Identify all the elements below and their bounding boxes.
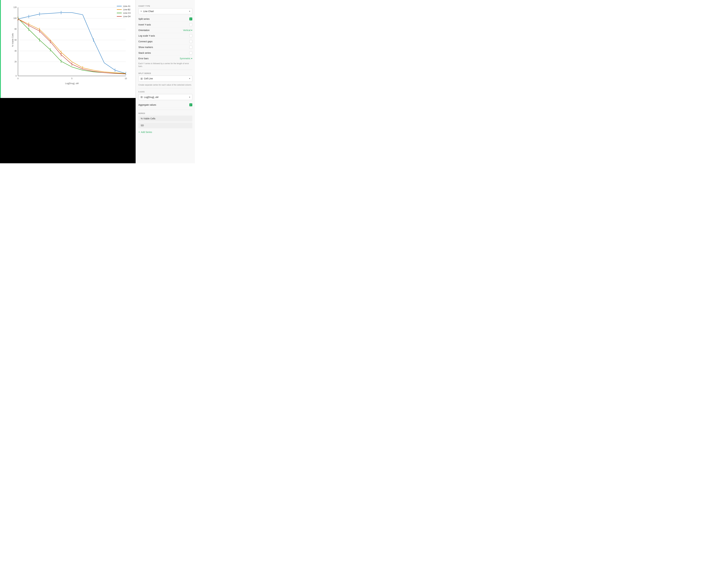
orientation-row: Orientation Vertical ▾ [138, 27, 192, 33]
svg-text:10: 10 [125, 77, 127, 80]
error-bars-label: Error bars [138, 57, 180, 60]
chevron-down-icon-error: ▾ [191, 57, 192, 60]
split-series-section-label: SPLIT SERIES [138, 73, 192, 74]
legend-item-b2: Line-B2 [117, 8, 131, 11]
show-markers-row: Show markers [138, 45, 192, 50]
log-scale-row: Log scale Y-axis [138, 33, 192, 39]
chart-panel: Line-A1 Line-B2 Line-C3 Line-D4 [0, 0, 136, 98]
divider-2 [138, 88, 192, 88]
legend-item-d4: Line-D4 [117, 15, 131, 18]
svg-text:% Viable Cells: % Viable Cells [11, 33, 14, 47]
stack-series-row: Stack series [138, 50, 192, 56]
legend-line-b2 [117, 9, 122, 10]
legend-line-a1 [117, 6, 122, 6]
legend-line-d4 [117, 16, 122, 17]
orientation-value: Vertical [183, 29, 190, 31]
chart-type-section-label: CHART TYPE [138, 5, 192, 7]
chevron-down-icon-orientation: ▾ [191, 29, 192, 31]
svg-text:0: 0 [17, 77, 19, 80]
black-panel [0, 98, 136, 163]
orientation-dropdown[interactable]: Vertical ▾ [183, 29, 192, 31]
connect-gaps-label: Connect gaps [138, 40, 189, 43]
stack-series-label: Stack series [138, 52, 189, 54]
svg-text:120: 120 [13, 6, 17, 8]
log-scale-label: Log scale Y-axis [138, 34, 189, 37]
chart-type-value: Line Chart [143, 10, 189, 13]
add-series-button[interactable]: + Add Series [138, 129, 192, 135]
svg-text:0: 0 [15, 75, 17, 77]
connect-gaps-checkbox[interactable] [189, 40, 192, 43]
orientation-label: Orientation [138, 29, 183, 31]
green-accent [0, 0, 1, 98]
split-series-row: Split series ✓ [138, 16, 192, 22]
stack-series-checkbox[interactable] [189, 52, 192, 54]
split-series-hint: Create separate series for each value of… [138, 84, 192, 86]
svg-text:5: 5 [71, 77, 73, 80]
series-item-viable[interactable]: % Viable Cells [138, 115, 192, 121]
legend-item-a1: Line-A1 [117, 5, 131, 7]
invert-y-row: Invert Y-axis [138, 22, 192, 27]
split-series-label: Split series [138, 18, 189, 20]
settings-panel: CHART TYPE ≈ Line Chart ▾ Split series ✓… [136, 0, 195, 163]
svg-text:100: 100 [13, 17, 17, 19]
invert-y-label: Invert Y-axis [138, 23, 189, 26]
show-markers-checkbox[interactable] [189, 46, 192, 49]
chevron-down-icon-split: ▾ [189, 77, 190, 80]
legend-line-c3 [117, 13, 122, 13]
log-scale-checkbox[interactable] [189, 34, 192, 37]
svg-text:20: 20 [14, 61, 17, 63]
connect-gaps-row: Connect gaps [138, 39, 192, 45]
line-chart-icon: ≈ [141, 10, 142, 13]
legend-label-a1: Line-A1 [123, 5, 130, 7]
error-bars-row: Error bars Symmetric ▾ [138, 56, 192, 61]
show-markers-label: Show markers [138, 46, 189, 49]
series-section-label: SERIES [138, 112, 192, 114]
aggregate-row: Aggregate values ✓ [138, 102, 192, 108]
series-item-sd[interactable]: SD [138, 122, 192, 129]
chart-type-dropdown[interactable]: ≈ Line Chart ▾ [138, 8, 192, 14]
svg-text:40: 40 [14, 50, 17, 52]
chevron-down-icon-x: ▾ [189, 96, 190, 98]
x-axis-section-label: X-AXIS [138, 91, 192, 93]
chart-legend: Line-A1 Line-B2 Line-C3 Line-D4 [117, 5, 131, 19]
split-series-checkbox[interactable]: ✓ [189, 17, 192, 20]
split-series-dropdown-value: Cell Line [144, 77, 189, 80]
plus-icon: + [138, 131, 140, 134]
legend-label-c3: Line-C3 [123, 12, 131, 14]
series-item-sd-label: SD [141, 124, 144, 127]
legend-item-c3: Line-C3 [117, 12, 131, 14]
split-series-dropdown[interactable]: ⊞ Cell Line ▾ [138, 76, 192, 82]
table-icon-split: ⊞ [141, 77, 143, 80]
aggregate-checkbox[interactable]: ✓ [189, 103, 192, 106]
add-series-label: Add Series [141, 131, 152, 134]
legend-label-d4: Line-D4 [123, 15, 131, 18]
legend-label-b2: Line-B2 [123, 8, 130, 11]
chevron-down-icon: ▾ [189, 10, 190, 12]
error-bars-value: Symmetric [180, 57, 190, 60]
divider-1 [138, 70, 192, 70]
error-bars-dropdown[interactable]: Symmetric ▾ [180, 57, 192, 60]
table-icon-x: ⊞ [141, 95, 143, 99]
chart-svg: 120 100 80 60 40 20 0 0 5 10 % Viable Ce… [11, 4, 131, 86]
svg-text:60: 60 [14, 39, 17, 41]
x-axis-dropdown-value: Log[Drug], uM [144, 96, 189, 98]
svg-text:80: 80 [14, 28, 17, 30]
invert-y-checkbox[interactable] [189, 23, 192, 26]
svg-text:Log[Drug], uM: Log[Drug], uM [65, 82, 79, 85]
x-axis-dropdown[interactable]: ⊞ Log[Drug], uM ▾ [138, 94, 192, 100]
series-item-viable-label: % Viable Cells [141, 117, 155, 120]
error-bars-hint: Each Y series is followed by a series fo… [138, 62, 192, 68]
aggregate-label: Aggregate values [138, 103, 189, 106]
